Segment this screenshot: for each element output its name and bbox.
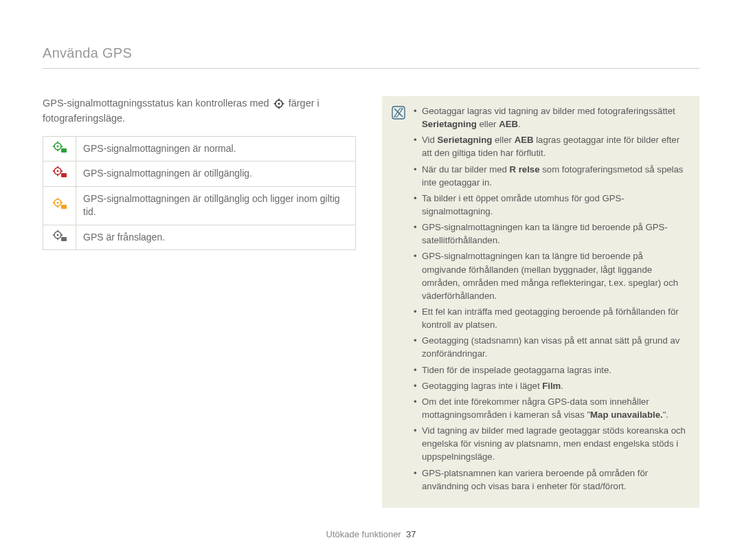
gps-status-table: GPS-signalmottagningen är normal.GPS-sig…: [43, 136, 356, 251]
left-column: GPS-signalmottagningsstatus kan kontroll…: [43, 96, 356, 508]
svg-point-32: [56, 234, 58, 236]
note-item: GPS-platsnamnen kan variera beroende på …: [414, 467, 688, 493]
status-row: GPS-signalmottagningen är normal.: [43, 136, 356, 161]
footer-page-number: 37: [406, 529, 416, 539]
gps-status-icon: [43, 136, 76, 161]
status-row: GPS-signalmottagningen är otillgänglig.: [43, 161, 356, 187]
note-box: Geotaggar lagras vid tagning av bilder m…: [382, 96, 699, 508]
svg-point-5: [278, 103, 280, 105]
note-item: Om det inte förekommer några GPS-data so…: [414, 395, 688, 421]
note-item: Vid Serietagning eller AEB lagras geotag…: [414, 133, 688, 159]
intro-text-before: GPS-signalmottagningsstatus kan kontroll…: [43, 98, 272, 109]
note-item: Ta bilder i ett öppet område utomhus för…: [414, 192, 688, 218]
svg-rect-26: [61, 205, 67, 209]
svg-rect-12: [61, 148, 67, 153]
note-item: Tiden för de inspelade geotaggarna lagra…: [414, 363, 688, 377]
intro-paragraph: GPS-signalmottagningsstatus kan kontroll…: [43, 96, 356, 126]
note-item: GPS-signalmottagningen kan ta längre tid…: [414, 221, 688, 247]
note-item: Ett fel kan inträffa med geotagging bero…: [414, 305, 688, 331]
status-description: GPS är frånslagen.: [76, 225, 356, 250]
section-title: Använda GPS: [43, 45, 699, 69]
note-icon-wrap: [392, 104, 407, 495]
note-item: Geotagging (stadsnamn) kan visas på ett …: [414, 334, 688, 360]
status-description: GPS-signalmottagningen är otillgänglig.: [76, 161, 356, 187]
note-item: Geotagging lagras inte i läget Film.: [414, 379, 688, 392]
note-item: Geotaggar lagras vid tagning av bilder m…: [414, 104, 688, 131]
svg-point-18: [56, 170, 58, 172]
svg-point-11: [56, 145, 58, 147]
footer-label: Utökade funktioner: [326, 529, 401, 539]
status-description: GPS-signalmottagningen är normal.: [76, 136, 356, 161]
gps-status-icon: [43, 225, 76, 250]
svg-rect-33: [61, 237, 67, 241]
note-item: Vid tagning av bilder med lagrade geotag…: [414, 424, 688, 463]
footer: Utökade funktioner 37: [0, 529, 742, 539]
note-item: GPS-signalmottagningen kan ta längre tid…: [414, 249, 688, 302]
svg-rect-19: [61, 173, 67, 177]
status-row: GPS är frånslagen.: [43, 225, 356, 250]
status-description: GPS-signalmottagningen är otillgänglig o…: [76, 186, 356, 225]
note-list: Geotaggar lagras vid tagning av bilder m…: [414, 104, 688, 495]
gps-status-icon: [43, 186, 76, 225]
svg-point-25: [56, 202, 58, 204]
content-columns: GPS-signalmottagningsstatus kan kontroll…: [43, 96, 699, 508]
note-item: När du tar bilder med R relse som fotogr…: [414, 163, 688, 189]
note-icon: [392, 110, 405, 122]
status-row: GPS-signalmottagningen är otillgänglig o…: [43, 186, 356, 225]
gps-crosshair-icon: [273, 98, 284, 109]
gps-status-icon: [43, 161, 76, 187]
